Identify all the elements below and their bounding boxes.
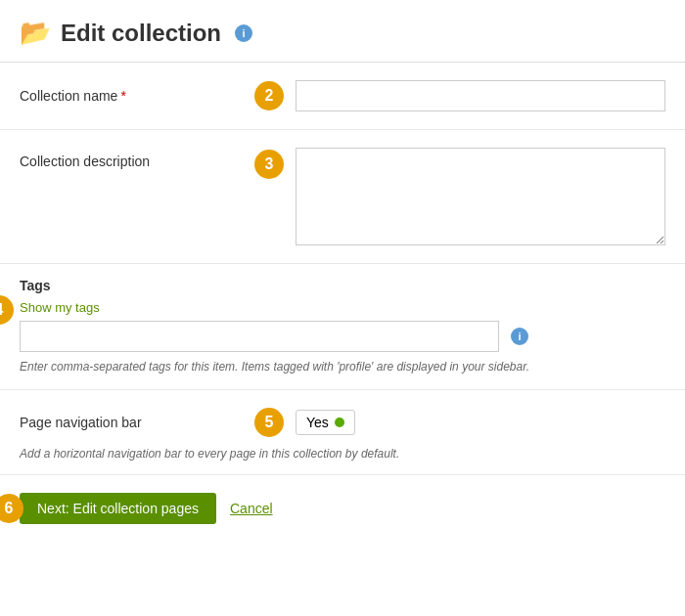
- step-5-badge: 5: [254, 408, 284, 437]
- nav-bar-label: Page navigation bar: [20, 415, 142, 430]
- step-3-badge: 3: [254, 150, 284, 179]
- nav-bar-hint: Add a horizontal navigation bar to every…: [20, 447, 665, 461]
- required-star: *: [120, 88, 125, 104]
- info-icon[interactable]: i: [235, 24, 252, 42]
- footer: 6 Next: Edit collection pages Cancel: [0, 475, 685, 542]
- page-title: Edit collection: [61, 20, 221, 47]
- tags-hint: Enter comma-separated tags for this item…: [20, 360, 665, 374]
- tags-info-icon[interactable]: i: [511, 328, 528, 345]
- collection-description-input[interactable]: [296, 148, 665, 245]
- step-4-badge: 4: [0, 295, 14, 325]
- collection-description-label: Collection description: [20, 154, 150, 169]
- page-header: 📂 Edit collection i: [0, 0, 685, 63]
- nav-bar-toggle-label: Yes: [306, 415, 329, 430]
- next-button[interactable]: Next: Edit collection pages: [20, 493, 216, 524]
- tags-input[interactable]: [20, 321, 499, 352]
- step-2-badge: 2: [254, 81, 284, 110]
- collection-name-label: Collection name: [20, 88, 117, 104]
- nav-bar-status-dot: [335, 418, 344, 427]
- cancel-button[interactable]: Cancel: [230, 501, 273, 516]
- folder-icon: 📂: [20, 18, 51, 48]
- collection-name-input[interactable]: [296, 80, 665, 111]
- tags-section-label: Tags: [20, 278, 665, 293]
- nav-bar-toggle[interactable]: Yes: [296, 410, 355, 435]
- show-my-tags-link[interactable]: Show my tags: [20, 300, 100, 315]
